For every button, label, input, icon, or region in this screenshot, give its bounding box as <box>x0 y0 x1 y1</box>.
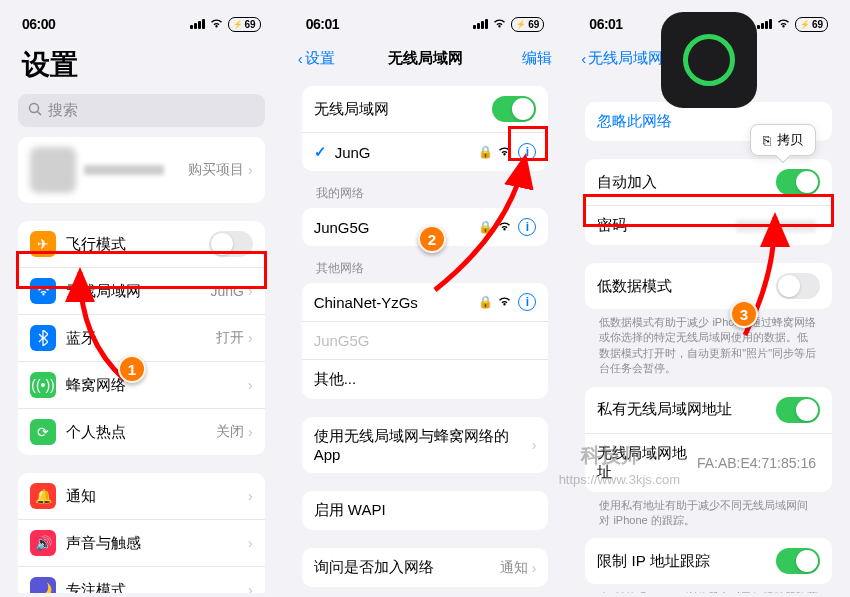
screen-settings: 06:00 ⚡69 设置 搜索 购买项目 › ✈ 飞行模式 <box>4 4 279 593</box>
wifi-status-icon <box>776 16 791 32</box>
chevron-left-icon: ‹ <box>298 50 303 67</box>
cellular-icon: ((•)) <box>30 372 56 398</box>
badge-2: 2 <box>418 225 446 253</box>
limit-ip-row: 限制 IP 地址跟踪 <box>585 538 832 584</box>
status-time: 06:00 <box>22 16 55 32</box>
signal-bars-icon <box>473 19 488 29</box>
bluetooth-icon <box>30 325 56 351</box>
low-data-toggle[interactable] <box>776 273 820 299</box>
info-icon[interactable]: i <box>518 218 536 236</box>
back-button[interactable]: ‹设置 <box>298 49 335 68</box>
screen-wifi-detail: 06:01 ⚡69 ‹无线局域网 忽略此网络 ⎘ 拷贝 自动加入 密码 低数据模… <box>571 4 846 593</box>
chevron-right-icon: › <box>248 535 253 551</box>
mac-footnote: 使用私有地址有助于减少不同无线局域网间对 iPhone 的跟踪。 <box>571 498 846 539</box>
copy-icon: ⎘ <box>763 133 771 148</box>
status-time: 06:01 <box>589 16 622 32</box>
limitip-footnote: 在"邮件"和 Safari 浏览器中对已知跟踪器隐藏您的 IP 地址来限制 IP… <box>571 590 846 593</box>
chevron-right-icon: › <box>248 283 253 299</box>
hotspot-icon: ⟳ <box>30 419 56 445</box>
copy-popover[interactable]: ⎘ 拷贝 <box>750 124 816 156</box>
private-addr-row: 私有无线局域网地址 <box>585 387 832 434</box>
password-row[interactable]: 密码 <box>585 206 832 245</box>
moon-icon: 🌙 <box>30 577 56 593</box>
other-manual-row[interactable]: 其他... <box>302 360 549 399</box>
wifi-icon <box>30 278 56 304</box>
svg-line-1 <box>38 112 42 116</box>
page-title: 无线局域网 <box>388 49 463 68</box>
wifi-signal-icon <box>497 144 512 160</box>
info-icon[interactable]: i <box>518 293 536 311</box>
battery-icon: ⚡69 <box>511 17 544 32</box>
chevron-right-icon: › <box>248 377 253 393</box>
chevron-right-icon: › <box>248 582 253 593</box>
other-network-row[interactable]: ChinaNet-YzGs 🔒 i <box>302 283 549 322</box>
wifi-signal-icon <box>497 294 512 310</box>
section-other-networks: 其他网络 <box>288 256 563 281</box>
airplane-mode-row[interactable]: ✈ 飞行模式 <box>18 221 265 268</box>
ring-icon <box>683 34 735 86</box>
chevron-left-icon: ‹ <box>581 50 586 67</box>
airplane-icon: ✈ <box>30 231 56 257</box>
wlan-apps-row[interactable]: 使用无线局域网与蜂窝网络的 App › <box>302 417 549 473</box>
battery-icon: ⚡69 <box>228 17 261 32</box>
bluetooth-row[interactable]: 蓝牙 打开 › <box>18 315 265 362</box>
speaker-icon: 🔊 <box>30 530 56 556</box>
chevron-right-icon: › <box>248 330 253 346</box>
mac-addr-row: 无线局域网地址 FA:AB:E4:71:85:16 <box>585 434 832 492</box>
wlan-toggle[interactable] <box>492 96 536 122</box>
auto-join-toggle[interactable] <box>776 169 820 195</box>
status-bar: 06:01 ⚡69 <box>288 4 563 40</box>
low-data-row: 低数据模式 <box>585 263 832 309</box>
check-icon: ✓ <box>314 143 327 161</box>
info-icon[interactable]: i <box>518 143 536 161</box>
private-addr-toggle[interactable] <box>776 397 820 423</box>
status-bar: 06:00 ⚡69 <box>4 4 279 40</box>
lock-icon: 🔒 <box>478 295 493 309</box>
chevron-right-icon: › <box>248 424 253 440</box>
wapi-row[interactable]: 启用 WAPI <box>302 491 549 530</box>
wifi-status-icon <box>492 16 507 32</box>
accessibility-widget[interactable] <box>661 12 757 108</box>
wifi-row[interactable]: 无线局域网 JunG › <box>18 268 265 315</box>
limit-ip-toggle[interactable] <box>776 548 820 574</box>
chevron-right-icon: › <box>248 488 253 504</box>
chevron-right-icon: › <box>248 162 253 178</box>
notifications-row[interactable]: 🔔 通知 › <box>18 473 265 520</box>
chevron-right-icon: › <box>532 560 537 576</box>
hotspot-row[interactable]: ⟳ 个人热点 关闭 › <box>18 409 265 455</box>
sounds-row[interactable]: 🔊 声音与触感 › <box>18 520 265 567</box>
chevron-right-icon: › <box>532 437 537 453</box>
airplane-toggle[interactable] <box>209 231 253 257</box>
edit-button[interactable]: 编辑 <box>522 49 552 68</box>
other-network-row-fade[interactable]: JunG5G <box>302 322 549 360</box>
focus-row[interactable]: 🌙 专注模式 › <box>18 567 265 593</box>
lowdata-footnote: 低数据模式有助于减少 iPhone 通过蜂窝网络或你选择的特定无线局域网使用的数… <box>571 315 846 387</box>
connected-network-row[interactable]: ✓ JunG 🔒 i <box>302 133 549 171</box>
section-my-networks: 我的网络 <box>288 181 563 206</box>
status-time: 06:01 <box>306 16 339 32</box>
svg-point-0 <box>30 104 39 113</box>
search-input[interactable]: 搜索 <box>18 94 265 127</box>
signal-bars-icon <box>190 19 205 29</box>
auto-join-row: 自动加入 <box>585 159 832 206</box>
ask-join-row[interactable]: 询问是否加入网络 通知 › <box>302 548 549 587</box>
wlan-toggle-row: 无线局域网 <box>302 86 549 133</box>
wifi-signal-icon <box>497 219 512 235</box>
lock-icon: 🔒 <box>478 145 493 159</box>
back-button[interactable]: ‹无线局域网 <box>581 49 663 68</box>
lock-icon: 🔒 <box>478 220 493 234</box>
signal-bars-icon <box>757 19 772 29</box>
screen-wlan: 06:01 ⚡69 ‹设置 无线局域网 编辑 无线局域网 ✓ JunG 🔒 i … <box>288 4 563 593</box>
bell-icon: 🔔 <box>30 483 56 509</box>
badge-1: 1 <box>118 355 146 383</box>
wifi-status-icon <box>209 16 224 32</box>
search-icon <box>28 102 42 119</box>
page-title: 设置 <box>4 40 279 90</box>
badge-3: 3 <box>730 300 758 328</box>
apple-id-row[interactable]: 购买项目 › <box>18 137 265 203</box>
battery-icon: ⚡69 <box>795 17 828 32</box>
